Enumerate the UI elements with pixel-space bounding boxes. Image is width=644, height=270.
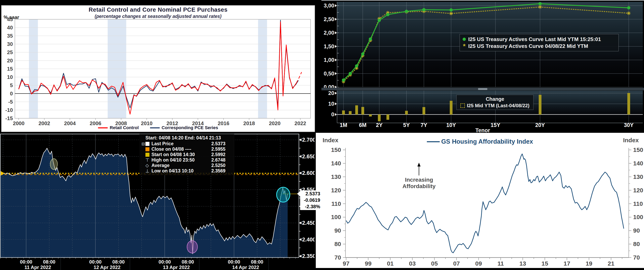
svg-text:2,50: 2,50	[324, 16, 334, 22]
svg-text:2.7000: 2.7000	[302, 137, 314, 143]
tooltip-label: Start on 04/08 14:30	[152, 152, 211, 157]
svg-text:21: 21	[608, 260, 614, 267]
svg-text:19: 19	[586, 260, 592, 267]
tooltip-value: 2.5955	[211, 147, 232, 152]
green-dot-icon	[462, 38, 466, 41]
svg-text:00:00: 00:00	[158, 259, 171, 264]
svg-text:2,00: 2,00	[324, 30, 334, 36]
tooltip-row: ⊟Last Price2.5373	[141, 141, 232, 147]
svg-text:15: 15	[7, 66, 13, 72]
change-legend-label: I25 Mid YTM (Last-04/08/22)	[467, 103, 530, 108]
svg-text:20: 20	[328, 90, 334, 96]
tooltip-row: Close on 04/08 ----2.5955	[141, 147, 232, 152]
pce-series-line-swatch	[150, 127, 160, 128]
tooltip-value: 2.5250	[211, 163, 232, 168]
svg-text:120: 120	[331, 187, 341, 194]
legend-label-retail-control: Retail Control	[110, 125, 138, 130]
chart-title: GS Housing Affordability Index	[441, 138, 533, 145]
svg-text:11 Apr 2022: 11 Apr 2022	[24, 264, 51, 270]
svg-text:5: 5	[10, 82, 13, 88]
svg-text:1,00: 1,00	[324, 57, 334, 63]
chart-title: Retail Control and Core Nominal PCE Purc…	[2, 7, 314, 13]
svg-text:00:00: 00:00	[20, 259, 32, 264]
svg-text:00:00: 00:00	[228, 259, 240, 264]
asterisk-marker-icon: *	[462, 45, 466, 48]
last-price-value: 2.5373	[301, 191, 320, 197]
svg-text:80: 80	[334, 241, 341, 247]
tooltip-label: Average	[152, 163, 211, 168]
svg-text:80: 80	[633, 241, 640, 247]
left-axis-title: Index	[322, 137, 338, 144]
svg-text:-15: -15	[5, 115, 13, 121]
svg-text:01: 01	[387, 260, 394, 267]
legend-row-last-curve[interactable]: I25 US Treasury Actives Curve Last Mid Y…	[462, 36, 616, 43]
svg-text:2.4000: 2.4000	[302, 237, 314, 243]
legend-item-pce-series: Corresponding PCE Series	[150, 125, 218, 130]
svg-text:100: 100	[633, 214, 643, 220]
color-swatch-icon	[146, 147, 152, 151]
svg-text:140: 140	[331, 160, 341, 167]
svg-text:15: 15	[542, 260, 548, 267]
svg-text:97: 97	[343, 260, 349, 267]
svg-text:130: 130	[331, 173, 341, 180]
change-legend-title: Change	[458, 96, 531, 102]
right-axis-title: Index	[623, 137, 639, 144]
legend-label-pce-series: Corresponding PCE Series	[162, 125, 218, 130]
svg-text:100: 100	[331, 214, 341, 220]
svg-text:10: 10	[328, 101, 334, 107]
tooltip-value: 2.6748	[211, 157, 232, 163]
chart-title-legend: GS Housing Affordability Index	[316, 138, 644, 145]
tooltip-header: Start: 04/08 14:20 End: 04/14 21:13	[141, 135, 232, 141]
svg-text:3,00: 3,00	[324, 3, 334, 9]
housing-affordability-panel: 1501501401401301301201201101101001009090…	[316, 133, 644, 268]
svg-text:35: 35	[7, 33, 13, 39]
svg-text:08:00: 08:00	[112, 259, 124, 264]
svg-text:110: 110	[633, 200, 643, 207]
tooltip-value: 2.5373	[211, 141, 232, 147]
change-legend[interactable]: Change I25 Mid YTM (Last-04/08/22)	[456, 95, 534, 110]
tooltip-label: Low on 04/13 10:10	[152, 168, 211, 174]
svg-text:07: 07	[453, 260, 460, 267]
svg-text:2.6000: 2.6000	[302, 170, 314, 176]
svg-text:0: 0	[331, 111, 334, 117]
collapse-icon[interactable]: ⊟	[141, 142, 146, 146]
housing-affordability-plot: 1501501401401301301201201101101001009090…	[316, 133, 644, 268]
net-change-value: -0.0619	[301, 197, 320, 203]
tooltip-row: ◇Average2.5250	[141, 163, 232, 168]
tooltip-label: Last Price	[152, 141, 211, 147]
svg-text:09: 09	[475, 260, 482, 267]
svg-text:00:00: 00:00	[89, 259, 102, 264]
svg-text:150: 150	[633, 147, 643, 153]
legend-item-retail-control: Retail Control	[98, 125, 138, 130]
svg-text:2.3500: 2.3500	[302, 253, 314, 259]
tooltip-value: 2.3569	[211, 168, 232, 174]
svg-text:25: 25	[7, 49, 13, 55]
svg-text:110: 110	[332, 200, 341, 207]
treasury-curve-plot: 3,002,502,001,501,000,500,00201001M6M2Y5…	[322, 1, 644, 133]
svg-text:40: 40	[7, 25, 13, 31]
svg-text:17: 17	[564, 260, 570, 267]
svg-text:99: 99	[365, 260, 372, 267]
chart-subtitle: (percentage changes at seasonally adjust…	[2, 14, 314, 19]
svg-text:0,50: 0,50	[324, 71, 334, 77]
svg-text:120: 120	[633, 187, 643, 194]
svg-text:90: 90	[334, 227, 341, 234]
color-swatch-icon	[146, 153, 152, 157]
chart-tooltip[interactable]: Start: 04/08 14:20 End: 04/14 21:13 ⊟Las…	[140, 134, 234, 175]
svg-text:2.4500: 2.4500	[302, 220, 314, 226]
svg-text:13: 13	[520, 260, 526, 267]
svg-text:20: 20	[7, 58, 13, 64]
legend-label-prior-curve: I25 US Treasury Actives Curve 04/08/22 M…	[468, 43, 588, 49]
legend-row-prior-curve[interactable]: * I25 US Treasury Actives Curve 04/08/22…	[462, 43, 616, 50]
tooltip-label: Close on 04/08 ----	[152, 147, 211, 152]
tooltip-row: Start on 04/08 14:302.5992	[141, 152, 232, 157]
tooltip-row: ⊤High on 04/10 23:502.6748	[141, 157, 232, 163]
pct-change-value: -2.38%	[301, 203, 320, 210]
curve-legend[interactable]: I25 US Treasury Actives Curve Last Mid Y…	[460, 34, 619, 51]
y-axis-label: % saar	[4, 15, 19, 20]
retail-pce-plot: 2000200220042006200820102012201420162018…	[2, 6, 314, 131]
svg-text:2.6500: 2.6500	[302, 154, 314, 160]
dashed-bar-swatch-icon	[460, 103, 465, 108]
svg-text:08:00: 08:00	[182, 259, 194, 264]
svg-text:150: 150	[331, 147, 341, 153]
